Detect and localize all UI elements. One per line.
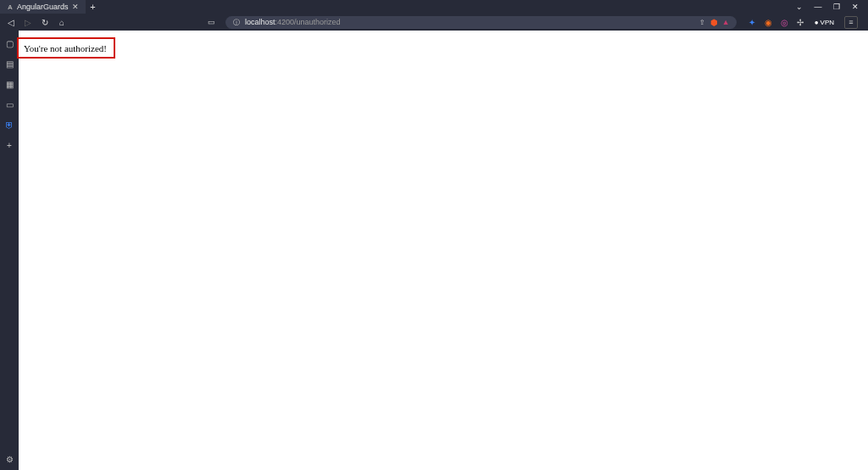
maximize-icon[interactable]: ❐: [832, 3, 841, 11]
home-button[interactable]: ⌂: [56, 16, 68, 28]
annotation-highlight-box: You're not authorized!: [17, 37, 115, 59]
sidebar-settings-icon[interactable]: ⚙: [3, 453, 15, 465]
titlebar: A AngularGuards ✕ + ⌄ — ❐ ✕: [0, 0, 868, 14]
vpn-dot-icon: ●: [815, 19, 819, 26]
share-icon[interactable]: ⇪: [698, 19, 706, 26]
address-bar[interactable]: ⓘ localhost:4200/unauthorized ⇪ ⬢ ▲: [225, 16, 737, 29]
sidebar-item-2-icon[interactable]: ▤: [3, 58, 15, 70]
tab-close-icon[interactable]: ✕: [72, 3, 79, 11]
app-menu-button[interactable]: ≡: [844, 16, 858, 29]
window-chevron-icon[interactable]: ⌄: [795, 3, 804, 11]
brave-shields-icon[interactable]: ⬢: [710, 18, 718, 27]
brave-rewards-icon[interactable]: ▲: [722, 18, 730, 26]
url-host: localhost: [245, 18, 275, 26]
forward-button[interactable]: ▷: [22, 16, 34, 28]
new-tab-button[interactable]: +: [86, 0, 101, 14]
url-path: :4200/unauthorized: [275, 18, 341, 26]
page-content: You're not authorized!: [19, 31, 868, 470]
extension-1-icon[interactable]: ✦: [747, 17, 758, 28]
reload-button[interactable]: ↻: [39, 16, 51, 28]
site-info-icon[interactable]: ⓘ: [232, 19, 240, 26]
browser-tab[interactable]: A AngularGuards ✕: [0, 0, 86, 14]
window-controls: ⌄ — ❐ ✕: [787, 3, 868, 11]
extension-3-icon[interactable]: ◎: [779, 17, 790, 28]
extensions-puzzle-icon[interactable]: ✢: [795, 17, 806, 28]
sidebar-shield-icon[interactable]: ⛨: [3, 119, 15, 131]
minimize-icon[interactable]: —: [814, 3, 822, 11]
sidebar: ▢ ▤ ▦ ▭ ⛨ + ⚙: [0, 31, 19, 470]
tab-strip: A AngularGuards ✕ +: [0, 0, 787, 14]
sidebar-item-1-icon[interactable]: ▢: [3, 37, 15, 49]
close-window-icon[interactable]: ✕: [851, 3, 860, 11]
vpn-indicator[interactable]: ● VPN: [811, 19, 837, 26]
sidebar-item-3-icon[interactable]: ▦: [3, 78, 15, 90]
extensions-area: ✦ ◉ ◎ ✢ ● VPN ≡: [742, 16, 863, 29]
vpn-label: VPN: [821, 19, 834, 26]
tab-favicon: A: [7, 3, 14, 10]
url-text: localhost:4200/unauthorized: [245, 18, 693, 26]
back-button[interactable]: ◁: [5, 16, 17, 28]
nav-toolbar: ◁ ▷ ↻ ⌂ ▭ ⓘ localhost:4200/unauthorized …: [0, 14, 868, 31]
sidebar-item-4-icon[interactable]: ▭: [3, 98, 15, 110]
unauthorized-message: You're not authorized!: [24, 43, 107, 53]
body-row: ▢ ▤ ▦ ▭ ⛨ + ⚙ You're not authorized!: [0, 31, 868, 470]
sidebar-add-icon[interactable]: +: [3, 139, 15, 151]
tab-title: AngularGuards: [17, 3, 69, 11]
bookmark-sidebar-icon[interactable]: ▭: [205, 16, 217, 28]
extension-2-icon[interactable]: ◉: [763, 17, 774, 28]
